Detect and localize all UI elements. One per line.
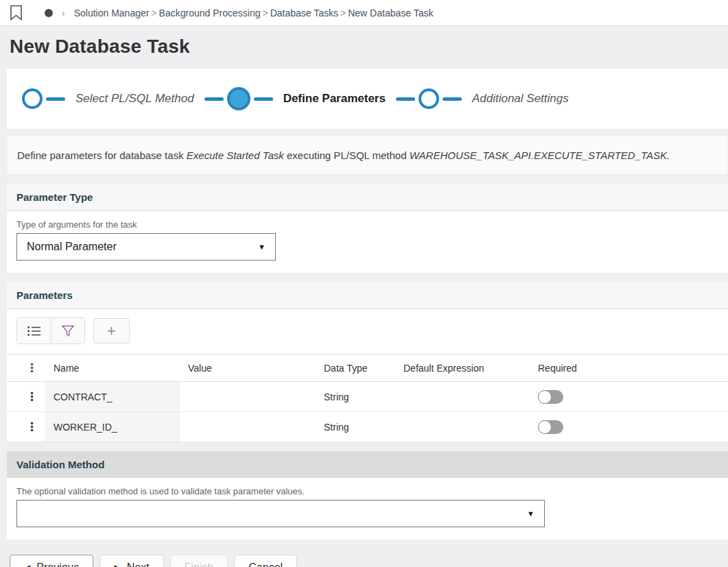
breadcrumb-item-current: New Database Task [348,8,433,19]
plus-icon: + [107,324,116,339]
step-label-define-parameters: Define Parameters [283,92,386,106]
breadcrumb: Solution Manager > Background Processing… [74,8,434,19]
parameters-section: Parameters [7,282,728,442]
parameters-header: Parameters [7,282,728,309]
step-connector [443,97,462,101]
column-header-default-expression[interactable]: Default Expression [395,354,530,381]
arrow-left-icon: ◀ [24,563,30,567]
method-name: WAREHOUSE_TASK_API.EXECUTE_STARTED_TASK. [410,149,670,161]
cell-default-expression[interactable] [395,382,530,411]
filter-button[interactable] [51,318,84,343]
parameter-type-section: Parameter Type Type of arguments for the… [7,184,728,273]
next-button[interactable]: ▶ Next [99,555,163,567]
validation-method-header[interactable]: Validation Method [7,451,728,478]
chevron-down-icon: ▼ [527,509,535,518]
filter-icon [62,325,74,337]
finish-button[interactable]: Finish [170,555,228,567]
step-label-additional-settings: Additional Settings [472,92,569,106]
chevron-down-icon: ▼ [258,243,266,251]
cell-data-type[interactable]: String [316,382,395,411]
parameter-type-select[interactable]: Normal Parameter ▼ [16,233,276,261]
cell-value[interactable] [180,382,316,411]
parameter-type-header: Parameter Type [7,184,728,211]
required-toggle[interactable] [538,420,563,434]
step-circle-select-method[interactable] [22,88,43,109]
task-description: Define parameters for database task Exec… [7,136,728,175]
validation-method-label: The optional validation method is used t… [16,486,718,496]
validation-method-select[interactable]: ▼ [16,500,545,527]
cell-name[interactable]: WORKER_ID_ [45,412,180,442]
parameters-table: ⋮ Name Value Data Type Default Expressio… [7,354,728,442]
parameter-type-value: Normal Parameter [27,241,117,253]
column-header-value[interactable]: Value [180,354,316,381]
list-icon [27,326,41,337]
add-parameter-button[interactable]: + [93,318,130,343]
task-name: Execute Started Task [187,149,284,161]
table-row[interactable]: ⋮ WORKER_ID_ String [7,412,728,442]
column-header-data-type[interactable]: Data Type [316,354,395,381]
kebab-icon[interactable]: ⋮ [26,362,38,374]
status-dot-icon [45,9,53,17]
bookmark-icon[interactable] [10,5,23,21]
step-circle-additional-settings[interactable] [419,88,439,109]
table-row[interactable]: ⋮ CONTRACT_ String [7,382,728,412]
table-header-row: ⋮ Name Value Data Type Default Expressio… [7,354,728,382]
parameters-toolbar: + [16,317,718,344]
column-header-name[interactable]: Name [45,354,180,381]
cell-default-expression[interactable] [395,412,530,442]
parameter-type-label: Type of arguments for the task [16,219,718,230]
cell-name[interactable]: CONTRACT_ [45,382,180,411]
wizard-stepper: Select PL/SQL Method Define Parameters A… [7,69,728,129]
previous-button[interactable]: ◀ Previous [10,555,93,567]
validation-method-section: Validation Method The optional validatio… [7,451,728,540]
page-title: New Database Task [10,36,718,58]
cancel-button[interactable]: Cancel [234,555,297,567]
top-bar: › Solution Manager > Background Processi… [0,0,728,26]
step-circle-define-parameters[interactable] [227,87,250,110]
breadcrumb-item[interactable]: Database Tasks [270,8,338,19]
required-toggle[interactable] [538,390,563,404]
step-connector [254,97,273,101]
row-kebab-icon[interactable]: ⋮ [26,391,38,402]
chevron-right-icon: › [60,8,67,19]
cell-value[interactable] [180,412,316,442]
cell-data-type[interactable]: String [316,412,395,442]
breadcrumb-item[interactable]: Solution Manager [74,8,150,19]
step-connector [46,97,65,101]
arrow-right-icon: ▶ [114,563,120,567]
step-connector [396,97,415,101]
breadcrumb-item[interactable]: Background Processing [159,8,261,19]
step-connector [204,97,224,101]
row-kebab-icon[interactable]: ⋮ [26,421,38,433]
column-header-required[interactable]: Required [530,354,728,381]
step-label-select-method: Select PL/SQL Method [75,92,194,106]
list-view-button[interactable] [17,318,51,343]
wizard-footer: ◀ Previous ▶ Next Finish Cancel [10,555,728,567]
